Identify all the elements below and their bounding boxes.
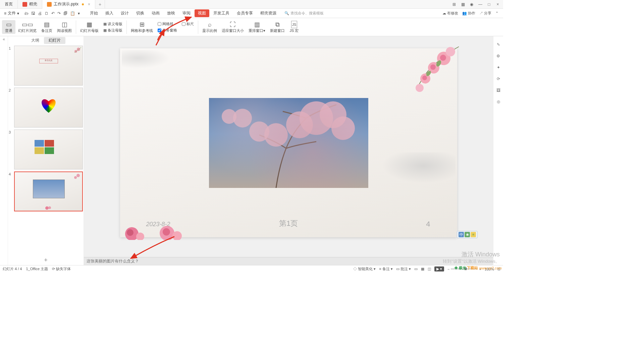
js-icon: JS [291,21,298,28]
zoom-button[interactable]: ⌕显示比例 [200,20,219,34]
beautify-button[interactable]: ◇ 智能美化 ▾ [353,266,376,271]
window-close-icon[interactable]: × [495,2,500,7]
tab-review[interactable]: 审阅 [179,9,194,17]
svg-point-23 [222,109,236,124]
svg-point-13 [416,84,424,92]
tab-resources[interactable]: 稻壳资源 [257,9,280,17]
grid-guides[interactable]: ⊞网格和参考线 [129,20,155,34]
save-icon[interactable]: 🖫 [31,11,35,16]
slide-image[interactable] [209,98,368,188]
close-icon[interactable]: × [88,2,90,7]
status-missing-font[interactable]: ⟳ 缺失字体 [52,266,71,271]
sidepanel-transition-icon[interactable]: ⟳ [497,77,500,81]
svg-point-3 [74,176,77,179]
open-icon[interactable]: 🗁 [24,11,29,16]
tab-vip[interactable]: 会员专享 [233,9,256,17]
view-notes[interactable]: ▤备注页 [39,20,54,34]
undo-icon[interactable]: ↶ [51,11,55,16]
status-slide-info: 幻灯片 4 / 4 [3,266,22,271]
sidepanel-location-icon[interactable]: ◎ [497,99,500,104]
minimize-icon[interactable]: — [478,2,483,7]
qat-dropdown-icon[interactable]: ▾ [78,11,80,16]
tab-document[interactable]: 工作演示.pptx× [42,0,95,9]
fit-window[interactable]: ⛶适应窗口大小 [220,20,246,34]
tab-docer[interactable]: 稻壳 [18,0,42,9]
redo-icon[interactable]: ↷ [57,11,61,16]
paste-icon[interactable]: 📋 [70,11,75,16]
comments-button[interactable]: ▭ 批注 ▾ [396,266,411,271]
layout-icon[interactable]: ⊞ [451,2,457,7]
view-sorter-icon[interactable]: ▦ [421,267,424,271]
grid-icon: ⊞ [140,21,145,28]
print-icon[interactable]: 🖨 [38,11,42,16]
taskpane-checkbox[interactable]: 任务窗格 [158,28,177,33]
handout-master[interactable]: ▦ 讲义母版 [103,21,122,27]
new-window[interactable]: ⧉新建窗口 [268,20,287,34]
collapse-panel[interactable]: « [0,36,8,265]
sidepanel-settings-icon[interactable]: ⚙ [496,54,500,58]
slide-thumbnail-3[interactable] [14,130,83,169]
normal-icon: ▭ [6,21,12,28]
decor-branch [393,45,461,102]
tab-design[interactable]: 设计 [117,9,132,17]
slide-thumbnail-4[interactable] [14,171,83,211]
new-tab-button[interactable]: + [95,0,105,9]
add-slide-button[interactable]: + [8,255,84,265]
tab-home[interactable]: 首页 [0,0,18,9]
copy-icon[interactable]: 🗐 [63,11,67,16]
view-reading[interactable]: ◫阅读视图 [55,20,74,34]
view-normal[interactable]: ▭普通 [2,20,15,34]
apps-icon[interactable]: ▦ [460,2,466,7]
slide-number: 4 [9,171,13,211]
tab-start[interactable]: 开始 [87,9,101,17]
docer-icon [22,2,27,7]
sidepanel-design-icon[interactable]: ✎ [497,42,500,47]
slide-canvas[interactable]: 2023-8-2 第1页 4 [120,48,457,237]
share-button[interactable]: ↗ 分享 [479,11,491,16]
file-menu[interactable]: ≡ 文件 ▾ [2,10,21,17]
view-sorter[interactable]: ▭▭幻灯片浏览 [16,20,39,34]
tab-view[interactable]: 视图 [195,9,209,17]
arrange-icon: ▥ [254,21,260,28]
notes-master[interactable]: ▦ 备注母版 [103,28,122,33]
sidepanel-ai-icon[interactable]: ✦ [497,65,500,70]
svg-point-25 [127,229,133,236]
arrange-windows[interactable]: ▥重排窗口▾ [247,20,267,34]
status-theme: 1_Office 主题 [26,266,48,271]
ime-bar[interactable]: 中❀☀ [457,231,478,238]
gridlines-checkbox[interactable]: 网格线 [158,21,177,27]
reading-icon: ◫ [62,21,67,28]
zoom-out[interactable]: − [447,267,449,271]
outline-tab[interactable]: 大纲 [26,37,44,44]
play-button[interactable]: ▶ ▾ [434,266,444,271]
fit-icon: ⛶ [230,21,236,28]
tab-slideshow[interactable]: 放映 [164,9,178,17]
svg-point-2 [76,174,80,177]
notes-button[interactable]: ≡ 备注 ▾ [379,266,393,271]
collab-button[interactable]: 👥 协作 [462,11,475,16]
js-macro[interactable]: JSJS 宏 [287,20,301,34]
pending-changes[interactable]: ☁ 有修改 [442,11,458,16]
view-normal-icon[interactable]: ▭ [414,267,418,271]
avatar-icon[interactable]: ◉ [469,2,474,7]
search-box[interactable]: 🔍 查找命令、搜索模板 [284,11,324,16]
ruler-checkbox[interactable]: 标尺 [182,21,194,27]
slides-tab[interactable]: 幻灯片 [44,37,65,44]
tab-animation[interactable]: 动画 [148,9,163,17]
svg-point-19 [264,123,288,147]
preview-icon[interactable]: 🗋 [45,11,49,16]
svg-point-22 [233,109,252,128]
slide-thumbnail-2[interactable] [14,88,83,128]
view-reading-icon[interactable]: ◫ [428,267,431,271]
tab-insert[interactable]: 插入 [102,9,117,17]
tab-devtools[interactable]: 开发工具 [210,9,233,17]
svg-point-12 [422,76,427,80]
collapse-ribbon-icon[interactable]: ⌃ [495,11,498,15]
notes-icon: ▤ [44,21,50,28]
tab-transition[interactable]: 切换 [133,9,148,17]
sidepanel-image-icon[interactable]: 🖼 [496,88,500,93]
slide-master[interactable]: ▦幻灯片母版 [78,20,101,34]
notes-pane[interactable]: 这张美丽的图片有什么含义？ [84,257,493,265]
slide-thumbnail-1[interactable]: 单击此处 [14,46,83,86]
maximize-icon[interactable]: □ [486,2,492,7]
